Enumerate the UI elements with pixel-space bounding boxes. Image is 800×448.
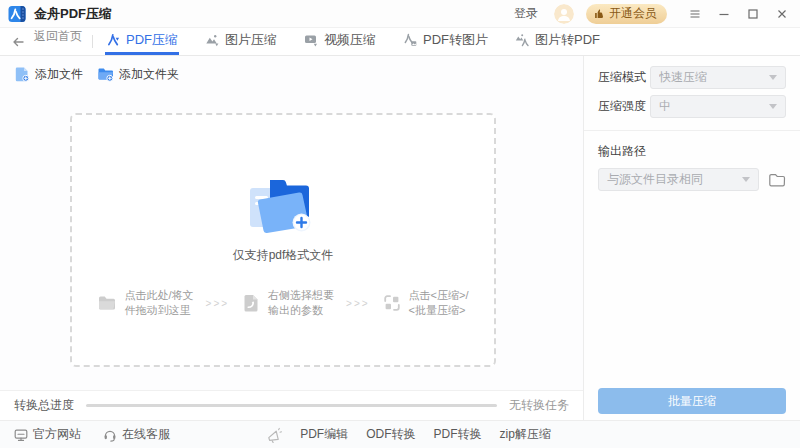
tab-label: PDF转图片 — [423, 31, 488, 49]
steps-row: 点击此处/将文 件拖动到这里 >>> 右侧选择想要 — [97, 288, 468, 318]
progress-strip: 转换总进度 无转换任务 — [0, 390, 583, 420]
pdf-compress-icon — [106, 33, 120, 47]
close-icon — [776, 8, 788, 20]
step-1: 点击此处/将文 件拖动到这里 — [97, 288, 193, 318]
compress-mode-value: 快速压缩 — [659, 69, 769, 86]
dropzone-hint: 仅支持pdf格式文件 — [233, 247, 334, 264]
add-folder-icon — [97, 66, 114, 82]
body: 添加文件 添加文件夹 — [0, 56, 800, 420]
step-folder-icon — [97, 293, 117, 313]
pdf-convert-link[interactable]: PDF转换 — [434, 426, 482, 443]
sidebar-divider — [584, 130, 800, 131]
tab-image-to-pdf[interactable]: 图片转PDF — [514, 28, 601, 55]
output-path-select[interactable]: 与源文件目录相同 — [598, 168, 759, 191]
tab-label: PDF压缩 — [126, 31, 178, 49]
support-label: 在线客服 — [122, 426, 170, 443]
image-to-pdf-icon — [515, 33, 529, 47]
image-compress-icon — [205, 33, 219, 47]
compress-strength-row: 压缩强度 中 — [598, 95, 786, 118]
minimize-icon — [718, 8, 730, 20]
tab-video-compress[interactable]: 视频压缩 — [303, 28, 377, 55]
add-file-label: 添加文件 — [35, 66, 83, 83]
hamburger-icon — [689, 8, 701, 20]
add-file-button[interactable]: 添加文件 — [14, 66, 83, 83]
megaphone-icon — [266, 427, 282, 443]
step-3: 点击<压缩>/ <批量压缩> — [382, 288, 469, 318]
file-dropzone[interactable]: 仅支持pdf格式文件 点击此处/将文 件拖动到这里 >>> — [70, 113, 496, 367]
tab-image-compress[interactable]: 图片压缩 — [204, 28, 278, 55]
video-compress-icon — [304, 33, 318, 47]
official-site-label: 官方网站 — [33, 426, 81, 443]
step-2: 右侧选择想要 输出的参数 — [241, 288, 334, 318]
app-logo-icon — [8, 5, 26, 23]
progress-status: 无转换任务 — [509, 397, 569, 414]
back-button[interactable] — [0, 28, 25, 55]
login-link[interactable]: 登录 — [514, 5, 538, 22]
app-window: 金舟PDF压缩 登录 开通会员 — [0, 0, 800, 448]
add-folder-label: 添加文件夹 — [119, 66, 179, 83]
tab-label: 视频压缩 — [324, 31, 376, 49]
tab-pdf-compress[interactable]: PDF压缩 — [105, 28, 179, 55]
progress-bar — [86, 404, 497, 407]
output-path-value: 与源文件目录相同 — [607, 171, 742, 188]
step-separator: >>> — [206, 298, 230, 309]
compress-strength-select[interactable]: 中 — [650, 95, 786, 118]
odf-convert-link[interactable]: ODF转换 — [366, 426, 415, 443]
browse-folder-button[interactable] — [768, 172, 786, 188]
pdf-edit-link[interactable]: PDF编辑 — [300, 426, 348, 443]
compress-strength-value: 中 — [659, 98, 769, 115]
tab-label: 图片转PDF — [535, 31, 600, 49]
add-file-icon — [14, 66, 30, 82]
settings-sidebar: 压缩模式 快速压缩 压缩强度 中 输出路径 与源文件目录相同 — [584, 56, 800, 420]
step-text: 点击此处/将文 件拖动到这里 — [124, 288, 193, 318]
step-separator: >>> — [346, 298, 370, 309]
maximize-icon — [747, 8, 759, 20]
tab-pdf-to-image[interactable]: PDF转图片 — [402, 28, 489, 55]
back-arrow-icon — [11, 35, 25, 49]
chevron-down-icon — [769, 104, 777, 109]
tab-bar: PDF压缩 图片压缩 — [105, 28, 601, 55]
back-home-label[interactable]: 返回首页 — [34, 28, 82, 55]
open-vip-label: 开通会员 — [609, 5, 657, 22]
tab-label: 图片压缩 — [225, 31, 277, 49]
footer: 官方网站 在线客服 PDF编辑 ODF转换 PDF转换 zip解压 — [0, 420, 800, 448]
footer-promo-links: PDF编辑 ODF转换 PDF转换 zip解压缩 — [266, 421, 551, 448]
step-compress-icon — [382, 293, 402, 313]
minimize-button[interactable] — [714, 4, 734, 24]
close-button[interactable] — [772, 4, 792, 24]
support-link[interactable]: 在线客服 — [103, 426, 170, 443]
output-path-label: 输出路径 — [598, 143, 786, 160]
step-text: 右侧选择想要 输出的参数 — [268, 288, 334, 318]
step-text: 点击<压缩>/ <批量压缩> — [409, 288, 469, 318]
progress-label: 转换总进度 — [14, 397, 74, 414]
compress-mode-select[interactable]: 快速压缩 — [650, 66, 786, 89]
thumbs-up-icon — [594, 8, 605, 19]
compress-mode-row: 压缩模式 快速压缩 — [598, 66, 786, 89]
user-avatar-icon — [554, 4, 574, 24]
chevron-down-icon — [742, 177, 750, 182]
batch-compress-button[interactable]: 批量压缩 — [598, 388, 786, 414]
navbar: 返回首页 PDF压缩 — [0, 28, 800, 56]
headset-icon — [103, 428, 117, 442]
toolbar: 添加文件 添加文件夹 — [0, 56, 583, 92]
output-path-row: 与源文件目录相同 — [598, 168, 786, 191]
footer-left: 官方网站 在线客服 — [14, 426, 170, 443]
monitor-icon — [14, 428, 28, 442]
menu-button[interactable] — [685, 4, 705, 24]
add-files-folder-icon — [244, 175, 322, 235]
chevron-down-icon — [769, 75, 777, 80]
avatar[interactable] — [554, 4, 574, 24]
zip-unzip-link[interactable]: zip解压缩 — [500, 426, 551, 443]
step-params-icon — [241, 293, 261, 313]
compress-strength-label: 压缩强度 — [598, 98, 650, 115]
maximize-button[interactable] — [743, 4, 763, 24]
app-title: 金舟PDF压缩 — [34, 5, 112, 23]
titlebar: 金舟PDF压缩 登录 开通会员 — [0, 0, 800, 28]
open-vip-button[interactable]: 开通会员 — [586, 4, 667, 24]
main-panel: 添加文件 添加文件夹 — [0, 56, 584, 420]
add-folder-button[interactable]: 添加文件夹 — [97, 66, 179, 83]
official-site-link[interactable]: 官方网站 — [14, 426, 81, 443]
pdf-to-image-icon — [403, 33, 417, 47]
browse-folder-icon — [768, 172, 786, 188]
compress-mode-label: 压缩模式 — [598, 69, 650, 86]
